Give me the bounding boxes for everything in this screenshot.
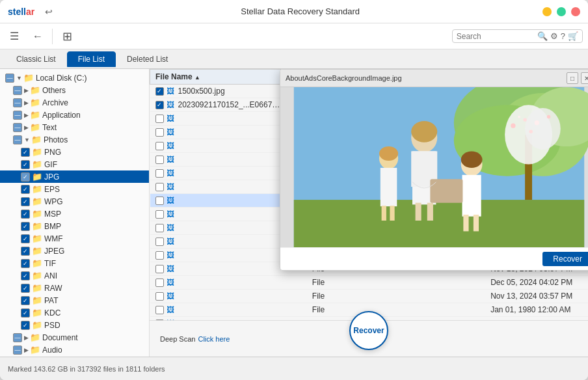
maximize-button[interactable]: □ xyxy=(557,7,566,16)
close-button[interactable]: ✕ xyxy=(571,7,580,16)
sidebar-item-archive[interactable]: — ▶ 📁 Archive xyxy=(0,96,149,109)
checkbox-pat[interactable]: ✓ xyxy=(21,296,30,305)
search-input[interactable] xyxy=(457,32,535,41)
sidebar-item-gif[interactable]: ✓ 📁 GIF xyxy=(0,158,149,170)
minimize-button[interactable]: — xyxy=(542,7,552,16)
bottom-bar: Deep Scan Click here Recover xyxy=(150,320,588,357)
row-checkbox[interactable] xyxy=(155,183,164,191)
checkbox-application[interactable]: — xyxy=(13,111,22,120)
checkbox-text[interactable]: — xyxy=(13,123,22,132)
checkbox-jpeg[interactable]: ✓ xyxy=(21,247,30,256)
row-checkbox[interactable] xyxy=(155,306,164,314)
sidebar-item-ani[interactable]: ✓ 📁 ANI xyxy=(0,269,149,282)
filter-icon[interactable]: ⚙ xyxy=(550,31,558,41)
tab-file-list[interactable]: File List xyxy=(67,51,116,67)
svg-rect-17 xyxy=(382,206,386,221)
expand-arrow: ▼ xyxy=(16,75,22,81)
sidebar-item-photos[interactable]: — ▼ 📁 Photos xyxy=(0,133,149,146)
svg-point-14 xyxy=(411,121,437,142)
folder-icon: 📁 xyxy=(31,135,42,144)
checkbox-kdc[interactable]: ✓ xyxy=(21,308,30,318)
checkbox-photos[interactable]: — xyxy=(13,135,22,144)
row-checkbox[interactable] xyxy=(155,238,164,246)
row-checkbox[interactable] xyxy=(155,142,164,150)
file-type-icon: 🖼 xyxy=(167,210,174,219)
table-row[interactable]: 🖼FileNov 13, 2024 03:57 PM xyxy=(150,290,588,303)
checkbox-local-disk[interactable]: — xyxy=(5,74,14,83)
checkbox-eps[interactable]: ✓ xyxy=(21,185,30,194)
row-checkbox[interactable]: ✓ xyxy=(155,87,164,96)
preview-recover-button[interactable]: Recover xyxy=(542,252,588,266)
checkbox-jpg[interactable]: ✓ xyxy=(21,172,30,182)
click-here-link[interactable]: Click here xyxy=(198,335,230,343)
checkbox-msp[interactable]: ✓ xyxy=(21,210,30,219)
sidebar-item-raw[interactable]: ✓ 📁 RAW xyxy=(0,282,149,294)
checkbox-archive[interactable]: — xyxy=(13,98,22,107)
sidebar-item-pat[interactable]: ✓ 📁 PAT xyxy=(0,294,149,306)
checkbox-psd[interactable]: ✓ xyxy=(21,321,30,330)
row-checkbox[interactable] xyxy=(155,278,164,287)
checkbox-audio[interactable]: — xyxy=(13,346,22,355)
row-checkbox[interactable] xyxy=(155,292,164,301)
checkbox-document[interactable]: — xyxy=(13,333,22,342)
checkbox-tif[interactable]: ✓ xyxy=(21,259,30,268)
sidebar-item-application[interactable]: — ▶ 📁 Application xyxy=(0,109,149,121)
checkbox-png[interactable]: ✓ xyxy=(21,148,30,157)
row-checkbox[interactable] xyxy=(155,197,164,205)
row-checkbox[interactable] xyxy=(155,169,164,178)
tab-deleted-list[interactable]: Deleted List xyxy=(116,51,179,67)
checkbox-raw[interactable]: ✓ xyxy=(21,284,30,293)
search-box[interactable]: 🔍 ⚙ ? 🛒 xyxy=(452,29,583,43)
checkbox-ani[interactable]: ✓ xyxy=(21,271,30,280)
item-label: Document xyxy=(42,333,78,342)
checkbox-others[interactable]: — xyxy=(13,86,22,95)
row-checkbox[interactable] xyxy=(155,210,164,219)
folder-icon: 📁 xyxy=(32,246,42,256)
table-row[interactable]: 🖼FileDec 05, 2024 04:02 PM xyxy=(150,276,588,290)
logo-accent: ar xyxy=(26,7,34,17)
sidebar-item-wmf[interactable]: ✓ 📁 WMF xyxy=(0,232,149,245)
file-type: File xyxy=(307,276,343,290)
row-checkbox[interactable]: ✓ xyxy=(155,101,164,109)
checkbox-wmf[interactable]: ✓ xyxy=(21,234,30,243)
row-checkbox[interactable] xyxy=(155,251,164,260)
sidebar-item-wpg[interactable]: ✓ 📁 WPG xyxy=(0,195,149,208)
sidebar-item-bmp[interactable]: ✓ 📁 BMP xyxy=(0,220,149,232)
sidebar-item-tif[interactable]: ✓ 📁 TIF xyxy=(0,257,149,269)
help-icon[interactable]: ? xyxy=(561,31,565,41)
recover-main-button[interactable]: Recover xyxy=(349,311,388,350)
sidebar-item-eps[interactable]: ✓ 📁 EPS xyxy=(0,183,149,195)
checkbox-gif[interactable]: ✓ xyxy=(21,160,30,169)
sidebar-item-local-disk[interactable]: — ▼ 📁 Local Disk (C:) xyxy=(0,72,149,84)
row-checkbox[interactable] xyxy=(155,265,164,273)
sidebar-item-text[interactable]: — ▶ 📁 Text xyxy=(0,121,149,133)
search-icon[interactable]: 🔍 xyxy=(537,31,548,41)
sidebar-item-jpeg[interactable]: ✓ 📁 JPEG xyxy=(0,245,149,257)
expand-arrow: ▼ xyxy=(24,137,30,143)
sidebar: — ▼ 📁 Local Disk (C:) — ▶ 📁 Others — ▶ 📁… xyxy=(0,69,150,357)
sidebar-item-others[interactable]: — ▶ 📁 Others xyxy=(0,84,149,96)
preview-maximize-button[interactable]: □ xyxy=(567,72,578,84)
status-text: Marked 143.62 GB in 317392 files in 1811… xyxy=(8,365,165,373)
sidebar-item-png[interactable]: ✓ 📁 PNG xyxy=(0,146,149,158)
checkbox-bmp[interactable]: ✓ xyxy=(21,222,30,231)
sidebar-item-psd[interactable]: ✓ 📁 PSD xyxy=(0,319,149,331)
sidebar-item-kdc[interactable]: ✓ 📁 KDC xyxy=(0,306,149,319)
preview-close-button[interactable]: ✕ xyxy=(581,72,588,84)
row-checkbox[interactable] xyxy=(155,224,164,232)
grid-view-icon[interactable]: ⊞ xyxy=(58,27,76,46)
back-nav-icon[interactable]: ← xyxy=(29,27,47,46)
tab-classic-list[interactable]: Classic List xyxy=(5,51,67,67)
sidebar-item-msp[interactable]: ✓ 📁 MSP xyxy=(0,208,149,220)
checkbox-wpg[interactable]: ✓ xyxy=(21,197,30,206)
hamburger-menu-icon[interactable]: ☰ xyxy=(5,27,23,46)
row-checkbox[interactable] xyxy=(155,156,164,164)
sidebar-item-jpg[interactable]: ✓ 📁 JPG xyxy=(0,170,149,183)
cart-icon[interactable]: 🛒 xyxy=(568,31,578,41)
svg-point-29 xyxy=(547,115,550,118)
sidebar-item-document[interactable]: — ▶ 📁 Document xyxy=(0,331,149,344)
row-checkbox[interactable] xyxy=(155,128,164,137)
row-checkbox[interactable] xyxy=(155,115,164,123)
sidebar-item-audio[interactable]: — ▶ 📁 Audio xyxy=(0,344,149,356)
item-label: Text xyxy=(42,123,57,132)
